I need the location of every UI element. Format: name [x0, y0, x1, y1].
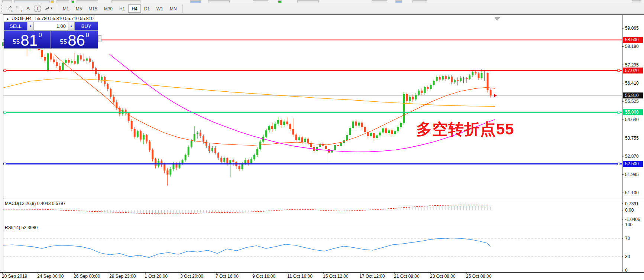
ohlc-values: 55.780 55.810 55.710 55.810	[35, 16, 94, 21]
svg-text:57.020: 57.020	[625, 68, 639, 73]
time-label: 20 Sep 2019	[2, 274, 27, 279]
chart-background	[3, 14, 644, 272]
chart-annotation-text: 多空转折点55	[416, 119, 514, 140]
buy-button[interactable]: BUY	[75, 22, 98, 30]
sell-button[interactable]: SELL	[4, 22, 27, 30]
hline-handle	[618, 69, 620, 72]
time-label: 23 Oct 08:00	[430, 274, 456, 279]
mt4-window: E F A T ▼ M1M	[0, 0, 644, 280]
volume-increase-button[interactable]: ▲	[68, 22, 75, 30]
hline-handle	[618, 111, 620, 113]
svg-text:0: 0	[625, 268, 628, 273]
time-label: 17 Oct 12:00	[359, 274, 385, 279]
svg-text:53.755: 53.755	[625, 136, 639, 141]
hline-handle	[4, 111, 6, 113]
svg-text:52.500: 52.500	[625, 161, 639, 166]
buy-price-sup: 0	[86, 32, 89, 38]
time-label: 26 Sep 00:00	[74, 274, 100, 279]
sell-price-display[interactable]: 55 81 0	[4, 31, 51, 48]
svg-text:0.7391: 0.7391	[625, 201, 639, 206]
svg-text:58.180: 58.180	[625, 44, 639, 49]
svg-text:58.500: 58.500	[625, 37, 639, 42]
sell-price-small: 55	[13, 39, 20, 45]
buy-price-small: 55	[60, 39, 67, 45]
time-label: 29 Sep 23:00	[109, 274, 136, 279]
svg-text:51.985: 51.985	[625, 172, 639, 177]
svg-text:100: 100	[625, 222, 632, 227]
hline-handle	[4, 69, 6, 72]
svg-text:51.100: 51.100	[625, 190, 639, 195]
time-label: 24 Sep 00:00	[37, 274, 64, 279]
chart-title: ▲USOil-,H455.780 55.810 55.710 55.810	[6, 16, 94, 21]
time-label: 25 Oct 08:00	[466, 274, 492, 279]
svg-text:56.410: 56.410	[625, 81, 639, 86]
svg-text:55.810: 55.810	[625, 93, 639, 98]
buy-price-big: 86	[68, 34, 85, 47]
symbol-collapse-icon[interactable]: ▲	[6, 17, 9, 21]
time-label: 15 Oct 12:00	[323, 274, 349, 279]
svg-text:30: 30	[625, 254, 630, 259]
time-label: 11 Oct 16:00	[287, 274, 313, 279]
svg-text:52.870: 52.870	[625, 154, 639, 159]
time-label: 21 Oct 08:00	[394, 274, 420, 279]
time-label: 7 Oct 16:00	[216, 274, 239, 279]
hline-handle	[4, 163, 6, 165]
panel-collapse-handle[interactable]: -	[98, 35, 101, 42]
svg-text:70: 70	[625, 236, 630, 241]
svg-text:0.00: 0.00	[625, 208, 634, 213]
sell-price-big: 81	[20, 34, 38, 47]
time-label: 1 Oct 20:00	[145, 274, 168, 279]
volume-decrease-button[interactable]: ▼	[27, 22, 34, 30]
rsi-indicator-label: RSI(14) 52.3980	[5, 225, 38, 230]
buy-price-display[interactable]: 55 86 0	[51, 31, 98, 48]
symbol-label: USOil-,H4	[12, 16, 32, 21]
svg-text:55.000: 55.000	[625, 110, 639, 115]
sell-price-sup: 0	[39, 32, 42, 38]
svg-text:54.640: 54.640	[625, 117, 639, 122]
hline-handle	[618, 163, 620, 165]
macd-indicator-label: MACD(12,26,9) 0.4043 0.5797	[5, 201, 65, 206]
one-click-trading-panel: SELL ▼ 1.00 ▲ BUY 55 81 0 55 86 0 -	[4, 22, 98, 49]
svg-text:57.295: 57.295	[625, 62, 639, 68]
time-label: 3 Oct 20:00	[180, 274, 203, 279]
svg-text:55.525: 55.525	[625, 99, 639, 104]
time-axis[interactable]: 20 Sep 201924 Sep 00:0026 Sep 00:0029 Se…	[0, 274, 644, 280]
svg-text:-1.0406: -1.0406	[625, 217, 640, 222]
time-label: 9 Oct 16:00	[252, 274, 275, 279]
volume-input[interactable]: 1.00	[34, 22, 68, 30]
svg-text:59.065: 59.065	[625, 26, 639, 31]
